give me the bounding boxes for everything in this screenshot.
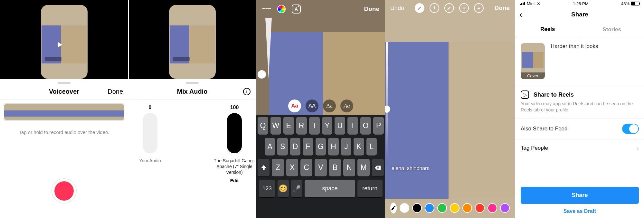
eraser-tool-icon[interactable] xyxy=(474,3,484,13)
done-button[interactable]: Done xyxy=(364,5,380,13)
done-button[interactable]: Done xyxy=(108,88,123,95)
color-swatch[interactable] xyxy=(462,203,472,213)
save-draft-button[interactable]: Save as Draft xyxy=(521,208,639,214)
share-to-feed-row[interactable]: Also Share to Feed xyxy=(516,118,644,139)
font-option[interactable]: Aa xyxy=(340,100,353,112)
music-slider[interactable] xyxy=(227,113,242,153)
color-wheel-icon[interactable] xyxy=(277,5,286,14)
font-option[interactable]: AA xyxy=(306,100,318,112)
key-p[interactable]: P xyxy=(373,117,384,135)
svg-point-0 xyxy=(463,7,465,9)
key-h[interactable]: H xyxy=(328,138,338,156)
key-e[interactable]: E xyxy=(283,117,294,135)
voiceover-screen: Voiceover Done Tap or hold to record aud… xyxy=(0,0,129,218)
done-button[interactable]: Done xyxy=(495,5,510,12)
font-option[interactable]: Aa xyxy=(288,100,301,112)
pen-tool-icon[interactable] xyxy=(415,3,424,13)
your-audio-label: Your Audio xyxy=(139,158,161,164)
brush-size-rail[interactable] xyxy=(386,42,388,160)
eyedropper-icon[interactable] xyxy=(390,203,397,213)
key-y[interactable]: Y xyxy=(322,117,333,135)
your-audio-mixer: 0 Your Audio xyxy=(129,105,171,183)
key-k[interactable]: K xyxy=(354,138,364,156)
share-to-feed-toggle[interactable] xyxy=(622,124,639,134)
key-r[interactable]: R xyxy=(296,117,307,135)
key-s[interactable]: S xyxy=(277,138,288,156)
key-w[interactable]: W xyxy=(270,117,281,135)
editor-canvas[interactable]: Aa AA Aa Aa xyxy=(256,18,385,115)
caption-input[interactable]: Harder than it looks xyxy=(551,43,598,79)
color-swatch[interactable] xyxy=(500,203,510,213)
share-screen: Mint ✕ 1:26 PM 48% ‹ Share Reels Stories… xyxy=(515,0,644,218)
key-x[interactable]: X xyxy=(286,159,298,176)
tab-reels[interactable]: Reels xyxy=(516,22,580,37)
dictation-key[interactable]: 🎤 xyxy=(291,180,302,197)
key-i[interactable]: I xyxy=(347,117,358,135)
key-z[interactable]: Z xyxy=(272,159,284,176)
color-picker-row xyxy=(385,203,515,213)
emoji-key[interactable]: 😊 xyxy=(278,180,289,197)
marker-tool-icon[interactable] xyxy=(444,3,454,13)
color-swatch[interactable] xyxy=(488,203,497,213)
space-key[interactable]: space xyxy=(305,180,355,197)
record-button[interactable] xyxy=(52,178,77,204)
key-g[interactable]: G xyxy=(316,138,326,156)
undo-button[interactable]: Undo xyxy=(390,5,404,12)
arrow-tool-icon[interactable] xyxy=(430,3,439,13)
share-to-reels-title: Share to Reels xyxy=(534,91,574,98)
status-time: 1:26 PM xyxy=(573,1,588,6)
cover-label: Cover xyxy=(521,72,545,79)
cover-thumbnail[interactable]: Cover xyxy=(521,43,545,79)
phone-frame xyxy=(169,5,216,79)
your-audio-slider[interactable] xyxy=(143,113,157,153)
text-size-knob[interactable] xyxy=(258,70,266,79)
key-q[interactable]: Q xyxy=(258,117,268,135)
back-button[interactable]: ‹ xyxy=(519,10,522,20)
share-to-reels-sub: Your video may appear in Reels and can b… xyxy=(521,101,639,113)
numbers-key[interactable]: 123 xyxy=(259,180,275,197)
color-swatch[interactable] xyxy=(437,203,447,213)
key-u[interactable]: U xyxy=(335,117,345,135)
share-button[interactable]: Share xyxy=(521,187,639,204)
font-option[interactable]: Aa xyxy=(323,100,336,112)
key-n[interactable]: N xyxy=(343,159,355,176)
draw-canvas[interactable]: elena_shinohara xyxy=(385,16,515,199)
color-swatch[interactable] xyxy=(412,203,422,213)
font-picker: Aa AA Aa Aa xyxy=(256,100,385,112)
backspace-key[interactable] xyxy=(372,159,384,176)
svg-rect-2 xyxy=(478,8,480,9)
key-l[interactable]: L xyxy=(366,138,377,156)
key-m[interactable]: M xyxy=(357,159,369,176)
video-timeline[interactable] xyxy=(4,104,124,120)
text-effect-icon[interactable]: A xyxy=(292,5,301,14)
chevron-right-icon: › xyxy=(637,145,639,152)
key-f[interactable]: F xyxy=(303,138,313,156)
key-j[interactable]: J xyxy=(341,138,351,156)
color-swatch[interactable] xyxy=(400,203,409,213)
color-swatch[interactable] xyxy=(425,203,434,213)
tab-stories[interactable]: Stories xyxy=(580,22,644,37)
return-key[interactable]: return xyxy=(357,180,383,197)
key-t[interactable]: T xyxy=(309,117,320,135)
user-tag[interactable]: elena_shinohara xyxy=(392,166,430,171)
shift-key[interactable] xyxy=(258,159,270,176)
key-v[interactable]: V xyxy=(315,159,327,176)
tag-people-row[interactable]: Tag People › xyxy=(516,139,644,157)
play-icon[interactable] xyxy=(58,42,62,48)
text-editor-screen: A Done Aa AA Aa Aa QWERTYUIOP ASDFGHJKL … xyxy=(256,0,385,218)
edit-music-button[interactable]: Edit xyxy=(230,178,239,183)
caption-overlay xyxy=(173,57,190,61)
music-value: 100 xyxy=(230,105,239,110)
key-b[interactable]: B xyxy=(329,159,341,176)
key-c[interactable]: C xyxy=(300,159,312,176)
key-a[interactable]: A xyxy=(265,138,275,156)
key-d[interactable]: D xyxy=(290,138,300,156)
video-preview xyxy=(129,0,256,79)
align-icon[interactable] xyxy=(262,5,271,14)
sheet-title: Mix Audio xyxy=(177,88,208,95)
color-swatch[interactable] xyxy=(450,203,459,213)
neon-tool-icon[interactable] xyxy=(459,3,469,13)
key-o[interactable]: O xyxy=(360,117,371,135)
color-swatch[interactable] xyxy=(475,203,485,213)
info-button[interactable]: i xyxy=(243,88,251,95)
